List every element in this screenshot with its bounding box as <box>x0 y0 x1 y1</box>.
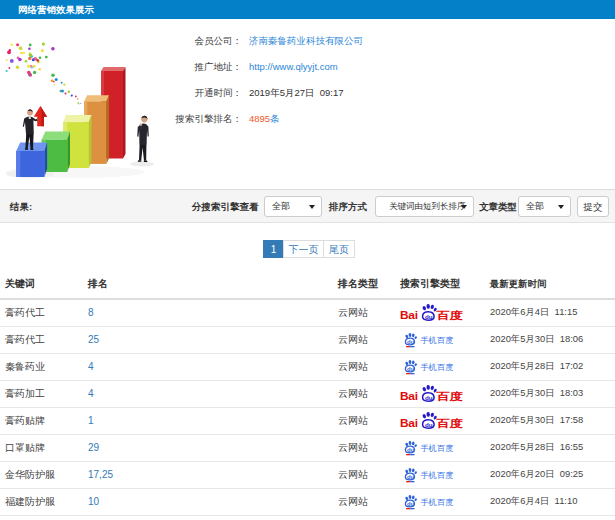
svg-text:Bai: Bai <box>400 417 418 429</box>
svg-text:手机百度: 手机百度 <box>420 497 453 507</box>
svg-text:du: du <box>425 393 433 400</box>
svg-text:Bai: Bai <box>400 309 418 321</box>
svg-text:du: du <box>425 313 433 320</box>
svg-text:du: du <box>407 473 415 479</box>
svg-text:Bai: Bai <box>400 390 418 402</box>
svg-text:手机百度: 手机百度 <box>420 362 453 372</box>
svg-text:du: du <box>407 338 415 344</box>
svg-text:手机百度: 手机百度 <box>420 443 453 453</box>
svg-text:du: du <box>407 365 415 371</box>
svg-text:du: du <box>407 500 415 506</box>
svg-text:百度: 百度 <box>435 310 464 322</box>
svg-text:手机百度: 手机百度 <box>420 335 453 345</box>
svg-text:百度: 百度 <box>435 391 464 403</box>
svg-text:du: du <box>407 446 415 452</box>
svg-text:du: du <box>425 420 433 427</box>
svg-text:手机百度: 手机百度 <box>420 470 453 480</box>
svg-text:百度: 百度 <box>435 418 464 430</box>
